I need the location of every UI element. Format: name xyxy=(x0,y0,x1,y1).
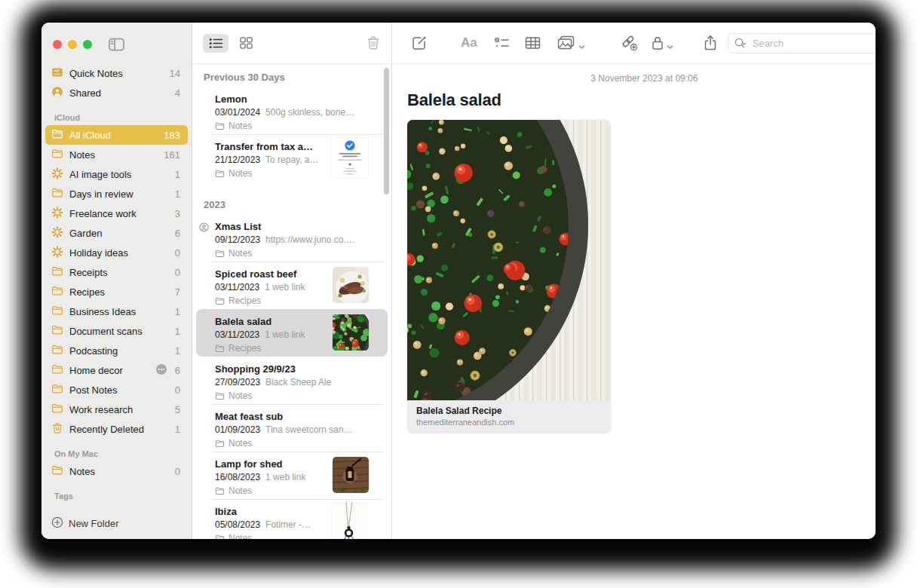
sidebar-item-label: Post Notes xyxy=(69,384,170,396)
sidebar-toggle-icon[interactable] xyxy=(109,38,124,51)
sidebar-item-podcasting[interactable]: Podcasting 1 xyxy=(45,341,188,360)
folder-icon xyxy=(51,187,69,201)
sidebar-item-holiday-ideas[interactable]: Holiday ideas 0 xyxy=(45,243,188,262)
list-toolbar xyxy=(192,23,391,64)
sidebar-item-count: 1 xyxy=(175,424,180,435)
smart-folder-gear-icon xyxy=(51,226,69,240)
sidebar-item-label: Garden xyxy=(69,228,170,239)
sidebar-item-label: Document scans xyxy=(69,326,170,337)
note-list: Previous 30 Days Lemon 03/01/2024 500g s… xyxy=(192,64,391,539)
sidebar-item-label: Freelance work xyxy=(69,208,170,219)
screenshot-stage: Quick Notes 14 Shared 4iCloud All iCloud… xyxy=(0,0,917,588)
note-thumbnail-check-card xyxy=(331,137,369,179)
format-icon[interactable]: Aa xyxy=(461,35,477,51)
note-list-item-spiced-roast-beef[interactable]: Spiced roast beef 03/11/2023 1 web link … xyxy=(196,262,388,309)
editor-toolbar: Aa xyxy=(392,23,876,64)
folder-icon xyxy=(51,363,69,378)
sidebar-item-label: Podcasting xyxy=(69,345,170,357)
sidebar-item-count: 14 xyxy=(170,68,180,79)
folder-icon xyxy=(51,344,69,358)
note-thumbnail-pendant xyxy=(331,502,369,539)
note-item-date: 16/08/2023 xyxy=(215,471,260,484)
sidebar-item-freelance-work[interactable]: Freelance work 3 xyxy=(45,204,188,223)
sidebar-item-count: 0 xyxy=(175,466,180,477)
note-list-item-transfer-from-tax-a[interactable]: Transfer from tax a… 21/12/2023 To repay… xyxy=(196,134,388,182)
sidebar-item-label: Work research xyxy=(69,404,170,415)
sidebar-item-count: 161 xyxy=(164,149,180,161)
note-list-item-lemon[interactable]: Lemon 03/01/2024 500g skinless, bone… No… xyxy=(196,87,388,134)
table-icon[interactable] xyxy=(525,36,541,50)
sidebar-item-label: Home decor xyxy=(69,365,155,376)
quick-note-icon xyxy=(51,66,69,81)
list-view-icon[interactable] xyxy=(203,34,228,53)
note-item-date: 21/12/2023 xyxy=(215,154,260,167)
sidebar-item-garden[interactable]: Garden 6 xyxy=(45,223,188,243)
note-canvas[interactable]: 3 November 2023 at 09:06 Balela salad Ba… xyxy=(392,64,876,539)
note-item-date: 03/01/2024 xyxy=(215,106,260,119)
list-scrollbar[interactable] xyxy=(384,68,389,194)
ellipsis-icon[interactable] xyxy=(155,363,170,378)
note-item-folder: Notes xyxy=(215,121,362,132)
note-list-item-shopping-29-9-23[interactable]: Shopping 29/9/23 27/09/2023 Black Sheep … xyxy=(196,357,388,404)
link-icon[interactable] xyxy=(620,35,638,51)
note-title: Balela salad xyxy=(407,90,876,110)
note-item-date: 03/11/2023 xyxy=(215,329,259,341)
note-list-item-xmas-list[interactable]: Xmas List 09/12/2023 https://www.juno.co… xyxy=(196,214,388,262)
sidebar-item-recipes[interactable]: Recipes 7 xyxy=(45,282,188,302)
sidebar-item-recently-deleted[interactable]: Recently Deleted 1 xyxy=(45,419,188,439)
sidebar-item-ai-image-tools[interactable]: AI image tools 1 xyxy=(45,164,188,184)
photos-icon[interactable] xyxy=(557,35,575,51)
lock-icon[interactable] xyxy=(652,35,664,51)
sidebar-item-label: Receipts xyxy=(69,267,170,278)
sidebar-item-home-decor[interactable]: Home decor 6 xyxy=(45,360,188,380)
sidebar-item-business-ideas[interactable]: Business Ideas 1 xyxy=(45,302,188,321)
sidebar-item-days-in-review[interactable]: Days in review 1 xyxy=(45,184,188,204)
sidebar-item-document-scans[interactable]: Document scans 1 xyxy=(45,321,188,341)
checklist-icon[interactable] xyxy=(494,36,510,50)
note-item-preview: 1 web link xyxy=(265,281,305,294)
list-section-header: Previous 30 Days xyxy=(192,64,391,87)
note-item-preview: https://www.juno.co.… xyxy=(265,234,355,247)
search-input[interactable] xyxy=(728,33,876,54)
editor-panel: Aa xyxy=(392,23,876,539)
new-folder-button[interactable]: New Folder xyxy=(51,516,118,531)
note-item-folder: Notes xyxy=(215,438,362,449)
sidebar-item-count: 4 xyxy=(175,87,180,99)
sidebar-item-label: Shared xyxy=(69,87,170,99)
link-domain: themediterraneandish.com xyxy=(416,418,602,427)
zoom-button[interactable] xyxy=(83,40,92,49)
minimize-button[interactable] xyxy=(68,40,77,49)
note-timestamp: 3 November 2023 at 09:06 xyxy=(392,73,876,84)
sidebar-item-count: 6 xyxy=(175,228,180,239)
trash-icon[interactable] xyxy=(366,35,381,51)
sidebar-item-post-notes[interactable]: Post Notes 0 xyxy=(45,380,188,400)
sidebar-item-work-research[interactable]: Work research 5 xyxy=(45,400,188,419)
plus-circle-icon xyxy=(51,516,63,531)
note-item-date: 01/09/2023 xyxy=(215,424,260,436)
compose-icon[interactable] xyxy=(411,35,428,51)
note-item-preview: To repay, a… xyxy=(265,154,318,167)
note-list-item-balela-salad[interactable]: Balela salad 03/11/2023 1 web link Recip… xyxy=(196,309,388,357)
sidebar-item-notes[interactable]: Notes 161 xyxy=(45,145,188,164)
sidebar-item-label: Holiday ideas xyxy=(69,247,170,259)
sidebar: Quick Notes 14 Shared 4iCloud All iCloud… xyxy=(41,23,192,539)
note-list-item-lamp-for-shed[interactable]: Lamp for shed 16/08/2023 1 web link Note… xyxy=(196,452,388,499)
note-list-item-meat-feast-sub[interactable]: Meat feast sub 01/09/2023 Tina sweetcorn… xyxy=(196,404,388,452)
note-thumbnail-salad xyxy=(333,314,369,351)
sidebar-item-shared[interactable]: Shared 4 xyxy=(45,83,188,103)
sidebar-item-all-icloud[interactable]: All iCloud 183 xyxy=(45,125,188,145)
close-button[interactable] xyxy=(53,40,62,49)
share-icon[interactable] xyxy=(704,35,717,51)
note-item-preview: 500g skinless, bone… xyxy=(265,106,354,119)
sidebar-item-label: Notes xyxy=(69,466,170,477)
gallery-view-icon[interactable] xyxy=(233,34,259,53)
sidebar-item-count: 5 xyxy=(175,404,180,415)
sidebar-item-notes[interactable]: Notes 0 xyxy=(45,461,188,481)
sidebar-item-receipts[interactable]: Receipts 0 xyxy=(45,262,188,282)
note-item-folder: Notes xyxy=(215,390,362,402)
note-thumbnail-lamp xyxy=(333,457,369,493)
sidebar-item-quick-notes[interactable]: Quick Notes 14 xyxy=(45,63,188,83)
note-list-item-ibiza[interactable]: Ibiza 05/08/2023 Fotimer -… Notes xyxy=(196,499,388,539)
search-icon xyxy=(734,37,747,50)
link-preview-card[interactable]: Balela Salad Recipe themediterraneandish… xyxy=(407,120,611,433)
